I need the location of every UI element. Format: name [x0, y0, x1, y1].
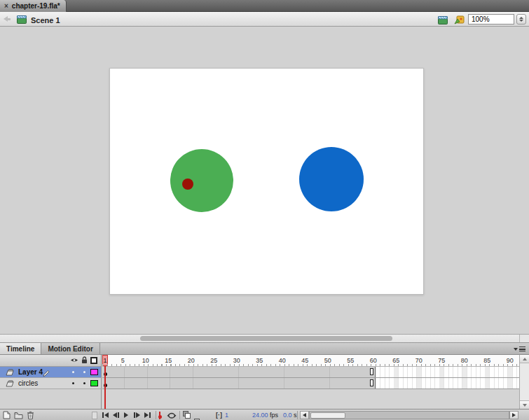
- timeline-body: Layer 4 circles 151015202530354045505560…: [0, 355, 529, 409]
- ruler-label[interactable]: 85: [483, 357, 490, 364]
- center-frame-button[interactable]: [159, 411, 160, 419]
- ruler-label[interactable]: 50: [324, 357, 331, 364]
- ruler-label[interactable]: 30: [233, 357, 240, 364]
- ruler-label[interactable]: 5: [121, 357, 125, 364]
- timeline-scroll-right-icon[interactable]: [509, 411, 518, 419]
- layer-lock-dot[interactable]: [83, 371, 85, 373]
- ruler-label[interactable]: 65: [392, 357, 399, 364]
- back-arrow-icon[interactable]: [4, 16, 11, 22]
- span-end-marker: [370, 368, 373, 375]
- modify-markers-button[interactable]: [·]: [216, 411, 222, 419]
- document-tab[interactable]: × chapter-19.fla*: [0, 0, 67, 12]
- frame-ruler[interactable]: 151015202530354045505560657075808590: [102, 355, 519, 367]
- layer-outline-color-swatch[interactable]: [90, 369, 98, 375]
- layer-frames-row[interactable]: [102, 367, 519, 378]
- show-hide-all-layers-icon[interactable]: [70, 357, 78, 363]
- timeline-vertical-scrollbar[interactable]: [519, 355, 529, 409]
- edit-bar: Scene 1: [0, 12, 529, 27]
- layer-lock-dot[interactable]: [83, 382, 85, 384]
- green-circle[interactable]: [170, 149, 233, 212]
- tab-timeline[interactable]: Timeline: [0, 343, 41, 354]
- step-forward-button[interactable]: [134, 411, 140, 419]
- timeline-horizontal-scrollbar[interactable]: [309, 411, 509, 419]
- go-to-first-frame-button[interactable]: [102, 411, 109, 419]
- ruler-label[interactable]: 90: [507, 357, 514, 364]
- scrollbar-thumb[interactable]: [310, 412, 345, 419]
- blue-circle[interactable]: [299, 147, 364, 211]
- layer-name[interactable]: circles: [18, 379, 38, 387]
- document-title: chapter-19.fla*: [12, 2, 60, 10]
- stepper-down-icon: [519, 20, 523, 22]
- step-back-button[interactable]: [113, 411, 119, 419]
- time-unit: s: [294, 412, 297, 419]
- stage-horizontal-scrollbar[interactable]: [0, 334, 529, 343]
- scrollbar-thumb[interactable]: [140, 336, 392, 341]
- ruler-label[interactable]: 10: [142, 357, 149, 364]
- ruler-label[interactable]: 45: [301, 357, 308, 364]
- ruler-label[interactable]: 60: [370, 357, 377, 364]
- scene-clapperboard-icon: [17, 14, 27, 27]
- layer-row[interactable]: Layer 4: [0, 367, 101, 378]
- delete-layer-button[interactable]: [27, 411, 34, 419]
- new-folder-button[interactable]: [14, 411, 23, 419]
- scroll-down-icon[interactable]: [520, 400, 529, 409]
- flash-application-window: × chapter-19.fla* Scene 1 Timeline: [0, 0, 529, 420]
- layer-name[interactable]: Layer 4: [18, 368, 43, 376]
- frame-rate[interactable]: 24.00 fps: [252, 411, 278, 419]
- time-value: 0.0: [283, 412, 292, 419]
- layer-page-icon: [6, 380, 14, 388]
- onion-skin-button[interactable]: [183, 411, 191, 419]
- stepper-up-icon: [519, 17, 523, 19]
- go-to-last-frame-button[interactable]: [144, 411, 151, 419]
- frame-span[interactable]: [102, 367, 376, 377]
- timeline-scroll-left-icon[interactable]: [300, 411, 309, 419]
- ruler-label[interactable]: 15: [165, 357, 172, 364]
- fps-value: 24.00: [252, 412, 268, 419]
- close-icon[interactable]: ×: [4, 3, 8, 10]
- zoom-stepper[interactable]: [516, 14, 526, 24]
- lock-all-layers-icon[interactable]: [81, 356, 88, 364]
- ruler-label[interactable]: 55: [347, 357, 354, 364]
- new-layer-button[interactable]: [2, 411, 11, 419]
- layer-visibility-dot[interactable]: [72, 382, 74, 384]
- scroll-up-icon[interactable]: [520, 355, 529, 363]
- playhead-line[interactable]: [104, 366, 106, 409]
- edit-symbols-button[interactable]: [454, 15, 465, 27]
- ruler-label[interactable]: 25: [210, 357, 217, 364]
- current-frame-number: 1: [225, 411, 228, 419]
- current-frame-marker[interactable]: 1: [102, 355, 108, 366]
- frame-span[interactable]: [102, 378, 376, 388]
- ruler-label[interactable]: 80: [461, 357, 468, 364]
- elapsed-time: 0.0 s: [283, 411, 297, 419]
- ruler-label[interactable]: 35: [256, 357, 263, 364]
- zoom-input[interactable]: [468, 14, 514, 24]
- panel-menu-icon[interactable]: [514, 346, 525, 351]
- ruler-label[interactable]: 40: [279, 357, 286, 364]
- pasteboard[interactable]: [0, 27, 529, 334]
- stage-canvas: [110, 69, 423, 294]
- layer-page-icon: [6, 369, 14, 377]
- tab-motion-editor[interactable]: Motion Editor: [41, 343, 99, 354]
- layers-column: Layer 4 circles: [0, 355, 102, 409]
- ruler-label[interactable]: 70: [415, 357, 422, 364]
- ruler-label[interactable]: 75: [438, 357, 445, 364]
- layer-row[interactable]: circles: [0, 378, 101, 389]
- stage[interactable]: [109, 68, 424, 295]
- document-tab-bar: × chapter-19.fla*: [0, 0, 529, 12]
- layer-visibility-dot[interactable]: [72, 371, 74, 373]
- edit-scene-button[interactable]: [438, 15, 448, 27]
- play-button[interactable]: [124, 411, 128, 419]
- timeline-status-bar: [·] 1 24.00 fps 0.0 s: [0, 409, 529, 420]
- layer-outline-color-swatch[interactable]: [90, 380, 98, 386]
- red-dot[interactable]: [182, 178, 193, 190]
- loop-button[interactable]: [167, 411, 177, 419]
- layer-frames-row[interactable]: [102, 378, 519, 389]
- empty-timeline-area: [102, 389, 519, 409]
- scene-breadcrumb[interactable]: Scene 1: [17, 14, 60, 27]
- column-splitter-handle[interactable]: [92, 412, 97, 419]
- frames-area: 151015202530354045505560657075808590: [102, 355, 519, 409]
- show-outlines-icon[interactable]: [90, 357, 97, 364]
- ruler-label[interactable]: 20: [188, 357, 195, 364]
- scrollbar-corner: [519, 335, 529, 342]
- fps-unit: fps: [270, 412, 278, 419]
